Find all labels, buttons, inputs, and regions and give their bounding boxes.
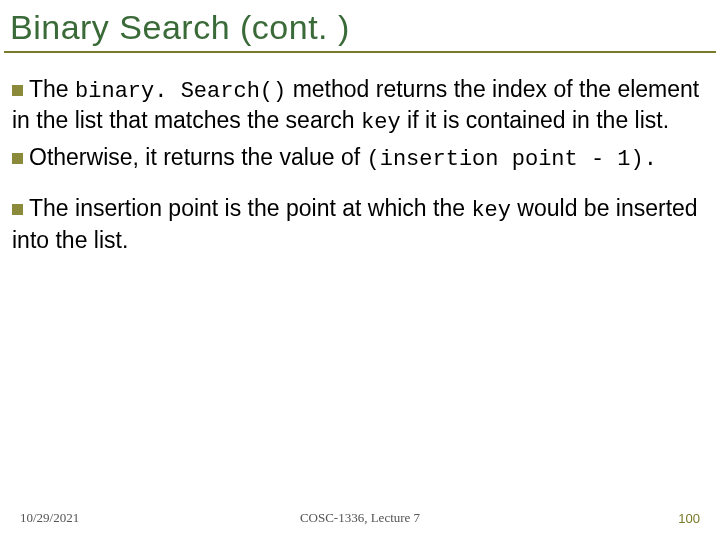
spacer (12, 180, 708, 194)
slide-title: Binary Search (cont. ) (10, 8, 716, 47)
footer-page-number: 100 (678, 511, 700, 526)
text: The insertion point is the point at whic… (29, 195, 471, 221)
bullet-1: The binary. Search() method returns the … (12, 75, 708, 137)
slide: Binary Search (cont. ) The binary. Searc… (0, 0, 720, 540)
bullet-3: The insertion point is the point at whic… (12, 194, 708, 255)
title-rule: Binary Search (cont. ) (4, 0, 716, 53)
code-text: binary. Search() (75, 79, 286, 104)
text: The (29, 76, 75, 102)
code-text: key (361, 110, 401, 135)
text: Otherwise, it returns the value of (29, 144, 367, 170)
code-text: key (471, 198, 511, 223)
text: if it is contained in the list. (401, 107, 669, 133)
bullet-icon (12, 85, 23, 96)
bullet-2: Otherwise, it returns the value of (inse… (12, 143, 708, 174)
bullet-icon (12, 204, 23, 215)
footer-course: COSC-1336, Lecture 7 (0, 510, 720, 526)
bullet-icon (12, 153, 23, 164)
code-text: (insertion point - 1). (367, 147, 657, 172)
slide-body: The binary. Search() method returns the … (0, 53, 720, 255)
